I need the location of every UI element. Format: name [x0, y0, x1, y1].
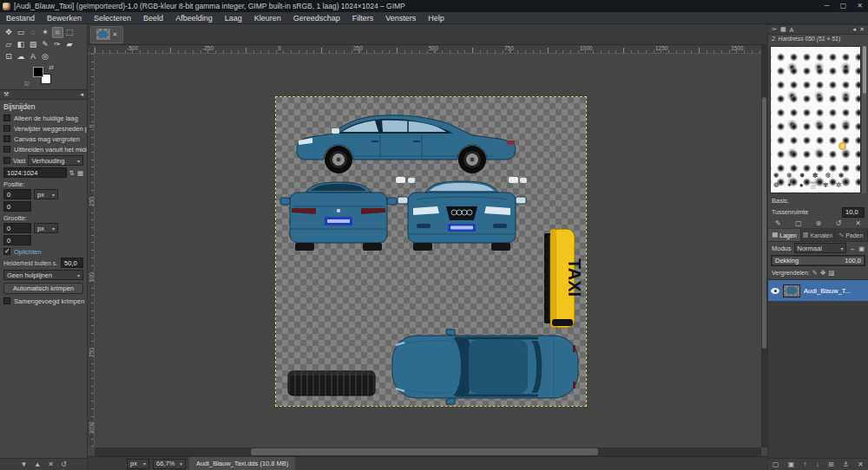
pencil-tool-icon[interactable]: ✎: [40, 39, 51, 50]
vertical-ruler[interactable]: 0 250 500 750 1000: [88, 54, 95, 447]
visibility-eye-icon[interactable]: [771, 288, 779, 294]
shrink-merged-checkbox[interactable]: Samengevoegd krimpen: [0, 296, 87, 306]
reset-options-icon[interactable]: ↺: [61, 460, 67, 468]
highlight-opacity-input[interactable]: 50,0: [61, 258, 83, 268]
foreground-color-swatch[interactable]: [33, 67, 43, 77]
menu-bestand[interactable]: Bestand: [0, 12, 41, 24]
move-tool-icon[interactable]: ✥: [3, 27, 15, 38]
text-tool-icon[interactable]: A: [28, 51, 39, 62]
bucket-fill-tool-icon[interactable]: ◧: [16, 39, 27, 50]
paintbrush-tool-icon[interactable]: ✑: [52, 39, 63, 50]
new-brush-icon[interactable]: ▢: [795, 219, 802, 227]
menu-vensters[interactable]: Vensters: [379, 12, 422, 24]
menu-filters[interactable]: Filters: [346, 12, 380, 24]
ruler-corner[interactable]: [88, 45, 95, 54]
delete-preset-icon[interactable]: ✕: [48, 460, 54, 468]
menu-bewerken[interactable]: Bewerken: [41, 12, 88, 24]
menu-gereedschap[interactable]: Gereedschap: [287, 12, 346, 24]
position-y-input[interactable]: 0: [3, 201, 31, 212]
current-layer-only-checkbox[interactable]: Alleen de huidige laag: [0, 113, 87, 123]
menu-laag[interactable]: Laag: [219, 12, 248, 24]
brush-grid[interactable]: [770, 46, 861, 193]
allow-growing-checkbox[interactable]: Canvas mag vergroten: [0, 134, 87, 144]
auto-shrink-button[interactable]: Automatisch krimpen: [3, 283, 83, 294]
perspective-tool-icon[interactable]: ▱: [3, 39, 15, 50]
delete-cropped-pixels-checkbox[interactable]: Verwijder weggesneden pixels: [0, 123, 87, 134]
crop-tool-icon[interactable]: ⌗: [52, 27, 63, 38]
zoom-tool-icon[interactable]: ◎: [40, 51, 51, 62]
menu-kleuren[interactable]: Kleuren: [248, 12, 287, 24]
fixed-checkbox[interactable]: [3, 157, 10, 164]
expand-from-center-checkbox[interactable]: Uitbreiden vanuit het midden: [0, 144, 87, 154]
duplicate-brush-icon[interactable]: ⊕: [816, 219, 822, 227]
horizontal-scrollbar-thumb[interactable]: [251, 448, 598, 455]
tab-lagen[interactable]: ▤ Lagen: [768, 229, 801, 241]
menu-afbeelding[interactable]: Afbeelding: [169, 12, 219, 24]
restore-preset-icon[interactable]: ▲: [34, 460, 41, 468]
mode-group-icon[interactable]: ▣: [858, 245, 865, 252]
menu-beeld[interactable]: Beeld: [137, 12, 169, 24]
checkbox-box[interactable]: [3, 114, 10, 121]
refresh-brushes-icon[interactable]: ↺: [835, 219, 841, 227]
layer-list[interactable]: Audi_Blauw_T...: [768, 279, 868, 458]
opacity-slider[interactable]: Dekking 100,0: [771, 255, 865, 266]
spacing-input[interactable]: 10,0: [842, 207, 865, 218]
checkbox-box[interactable]: [3, 125, 10, 132]
patterns-tab-icon[interactable]: ▦: [780, 26, 786, 33]
new-layer-icon[interactable]: ▢: [773, 460, 779, 468]
close-button[interactable]: ✕: [852, 0, 868, 12]
maximize-button[interactable]: ▢: [835, 0, 852, 12]
lower-layer-icon[interactable]: ↓: [816, 460, 819, 468]
menu-help[interactable]: Help: [422, 12, 450, 24]
default-colors-icon[interactable]: ◱: [24, 80, 30, 86]
checkbox-box[interactable]: [3, 135, 10, 142]
vertical-scrollbar[interactable]: [761, 45, 767, 447]
titlebar[interactable]: [Audi_Blauw_Taxi] (geïmporteerd)-1.0 (RG…: [0, 0, 868, 12]
dock-collapse-icon[interactable]: ◂: [853, 26, 857, 33]
highlight-checkbox[interactable]: Oplichten: [0, 246, 87, 257]
duplicate-layer-icon[interactable]: ⊞: [828, 460, 834, 468]
gradient-tool-icon[interactable]: ▨: [28, 39, 39, 50]
delete-layer-icon[interactable]: ✕: [858, 460, 864, 468]
wrench-icon[interactable]: ⚒: [3, 91, 9, 98]
swap-colors-icon[interactable]: ⇄: [49, 64, 54, 71]
layer-row[interactable]: Audi_Blauw_T...: [768, 280, 868, 301]
checkbox-box[interactable]: [3, 297, 10, 304]
minimize-button[interactable]: ─: [819, 0, 835, 12]
portrait-landscape-icon[interactable]: ⇅: [69, 169, 75, 177]
lock-alpha-icon[interactable]: ▨: [828, 269, 834, 277]
tab-kanalen[interactable]: ▥ Kanalen: [801, 229, 834, 241]
mode-switch-icon[interactable]: ↔: [849, 245, 856, 252]
brush-collection-row[interactable]: Basic.: [768, 195, 868, 206]
canvas-viewport[interactable]: TAXI: [95, 54, 761, 447]
edit-brush-icon[interactable]: ✎: [775, 219, 781, 227]
grid-icon[interactable]: ▦: [77, 169, 83, 177]
fuzzy-select-tool-icon[interactable]: ✶: [40, 27, 51, 38]
tab-paden[interactable]: ∿ Paden: [835, 229, 868, 241]
layer-thumbnail[interactable]: [783, 284, 800, 297]
vertical-scrollbar-thumb[interactable]: [762, 97, 766, 349]
image-tab[interactable]: ✕: [90, 26, 123, 43]
ratio-input[interactable]: 1024:1024: [3, 167, 67, 178]
color-brush-thumbnail[interactable]: [838, 142, 846, 150]
clone-tool-icon[interactable]: ⊡: [3, 51, 15, 62]
size-unit-dropdown[interactable]: px: [34, 223, 58, 233]
anchor-layer-icon[interactable]: ⚓: [843, 460, 849, 468]
menu-selecteren[interactable]: Selecteren: [88, 12, 137, 24]
eraser-tool-icon[interactable]: ▰: [64, 39, 76, 50]
image-canvas[interactable]: TAXI: [276, 97, 586, 406]
position-unit-dropdown[interactable]: px: [34, 189, 58, 199]
fixed-type-dropdown[interactable]: Verhouding: [28, 155, 83, 166]
delete-brush-icon[interactable]: ✕: [855, 219, 861, 227]
new-group-icon[interactable]: ▣: [788, 460, 795, 468]
checkbox-box[interactable]: [3, 146, 10, 153]
dock-close-icon[interactable]: ✕: [859, 26, 865, 33]
brush-scrollbar-thumb[interactable]: [863, 46, 866, 94]
lock-position-icon[interactable]: ✥: [820, 269, 825, 277]
unit-dropdown[interactable]: px: [127, 459, 149, 469]
size-x-input[interactable]: 0: [3, 223, 31, 233]
size-y-input[interactable]: 0: [3, 235, 31, 245]
brush-scrollbar[interactable]: [862, 46, 866, 193]
dock-menu-icon[interactable]: ◂: [80, 91, 83, 98]
image-tab-close-icon[interactable]: ✕: [113, 31, 118, 38]
